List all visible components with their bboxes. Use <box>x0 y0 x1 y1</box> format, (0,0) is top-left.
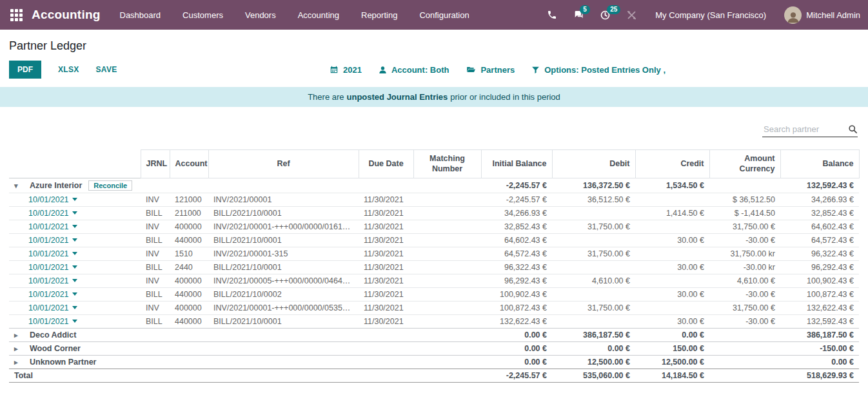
chevron-down-icon[interactable] <box>72 238 77 242</box>
activities-icon[interactable]: 25 <box>600 10 611 21</box>
menu-accounting[interactable]: Accounting <box>298 10 339 20</box>
entry-date-link[interactable]: 10/01/2021 <box>28 317 69 326</box>
partner-column-header <box>9 150 141 178</box>
line-amount-currency: 31,750.00 kr <box>709 247 780 261</box>
chevron-down-icon[interactable] <box>72 211 77 215</box>
systray: 5 25 My Company (San Francisco) Mitchell… <box>547 6 860 24</box>
search-input[interactable] <box>762 124 848 135</box>
ledger-line-row: 10/01/2021INV1510INV/2021/00001-31511/30… <box>9 247 859 261</box>
line-initial-balance: 132,622.43 € <box>481 315 552 329</box>
line-amount-currency: 4,610.00 € <box>709 274 780 288</box>
partner-initial-balance: 0.00 € <box>481 342 552 356</box>
ledger-line-row: 10/01/2021BILL211000BILL/2021/10/000111/… <box>9 207 859 220</box>
tools-icon[interactable] <box>626 10 637 21</box>
chevron-down-icon[interactable] <box>72 279 77 282</box>
line-jrnl: INV <box>141 274 170 288</box>
entry-date-cell: 10/01/2021 <box>9 315 141 329</box>
chevron-down-icon[interactable] <box>72 198 77 201</box>
partner-account <box>170 178 208 193</box>
menu-customers[interactable]: Customers <box>182 10 223 20</box>
search-icon[interactable] <box>848 124 858 134</box>
line-jrnl: BILL <box>141 234 170 247</box>
line-matching-number <box>413 234 481 247</box>
partner-row[interactable]: ▸Unknown Partner0.00 €12,500.00 €12,500.… <box>9 356 859 369</box>
column-header-credit: Credit <box>635 150 709 178</box>
pdf-button[interactable]: PDF <box>9 61 41 79</box>
line-jrnl: INV <box>141 193 170 207</box>
partner-account <box>170 342 208 356</box>
calendar-icon <box>330 65 339 74</box>
entry-date-link[interactable]: 10/01/2021 <box>28 249 69 258</box>
chevron-down-icon[interactable] <box>72 306 77 309</box>
total-label: Total <box>9 369 141 383</box>
line-account: 440000 <box>170 234 208 247</box>
partner-row[interactable]: ▾Azure InteriorReconcile-2,245.57 €136,3… <box>9 178 859 193</box>
entry-date-link[interactable]: 10/01/2021 <box>28 290 69 299</box>
unposted-entries-banner: There are unposted Journal Entries prior… <box>0 87 868 107</box>
partner-matching <box>413 178 481 193</box>
chevron-down-icon[interactable] <box>72 225 77 228</box>
company-switcher[interactable]: My Company (San Francisco) <box>655 10 766 20</box>
line-initial-balance: 32,852.43 € <box>481 220 552 234</box>
line-matching-number <box>413 302 481 315</box>
partner-initial-balance: -2,245.57 € <box>481 178 552 193</box>
phone-icon[interactable] <box>547 10 557 20</box>
partner-debit: 0.00 € <box>552 342 635 356</box>
column-header-jrnl: JRNL <box>141 150 170 178</box>
entry-date-link[interactable]: 10/01/2021 <box>28 222 69 231</box>
entry-date-link[interactable]: 10/01/2021 <box>28 236 69 245</box>
entry-date-link[interactable]: 10/01/2021 <box>28 195 69 204</box>
partner-name: Wood Corner <box>30 344 81 353</box>
partner-cell: ▸Unknown Partner <box>9 356 141 369</box>
column-header-account: Account <box>170 150 208 178</box>
partner-search <box>762 124 858 137</box>
total-amount-currency <box>709 369 780 383</box>
chevron-down-icon[interactable] <box>72 292 77 296</box>
partners-filter[interactable]: Partners <box>466 65 515 75</box>
partner-row[interactable]: ▸Deco Addict0.00 €386,187.50 €0.00 €386,… <box>9 329 859 342</box>
line-credit <box>635 274 709 288</box>
column-header-amount-currency: Amount Currency <box>709 150 780 178</box>
chevron-down-icon[interactable] <box>72 320 77 323</box>
table-header-row: JRNLAccountRefDue DateMatching NumberIni… <box>9 150 859 178</box>
options-filter[interactable]: Options: Posted Entries Only , <box>531 65 666 75</box>
menu-reporting[interactable]: Reporting <box>361 10 397 20</box>
entry-date-link[interactable]: 10/01/2021 <box>28 263 69 272</box>
entry-date-cell: 10/01/2021 <box>9 234 141 247</box>
partner-row[interactable]: ▸Wood Corner0.00 €0.00 €150.00 €-150.00 … <box>9 342 859 356</box>
menu-dashboard[interactable]: Dashboard <box>120 10 161 20</box>
entry-date-link[interactable]: 10/01/2021 <box>28 303 69 312</box>
line-initial-balance: 64,602.43 € <box>481 234 552 247</box>
column-header-due-date: Due Date <box>359 150 413 178</box>
line-account: 121000 <box>170 193 208 207</box>
partner-due-date <box>359 356 413 369</box>
partner-initial-balance: 0.00 € <box>481 356 552 369</box>
app-brand[interactable]: Accounting <box>32 8 101 22</box>
partner-due-date <box>359 342 413 356</box>
line-credit <box>635 193 709 207</box>
entry-date-link[interactable]: 10/01/2021 <box>28 276 69 285</box>
line-balance: 34,266.93 € <box>780 193 859 207</box>
chevron-down-icon[interactable] <box>72 252 77 255</box>
line-jrnl: BILL <box>141 288 170 302</box>
partner-jrnl <box>141 329 170 342</box>
apps-grid-icon[interactable] <box>10 9 23 21</box>
partner-jrnl <box>141 178 170 193</box>
account-filter[interactable]: Account: Both <box>379 65 449 75</box>
line-initial-balance: -2,245.57 € <box>481 193 552 207</box>
partner-jrnl <box>141 342 170 356</box>
column-header-ref: Ref <box>208 150 359 178</box>
line-debit: 31,750.00 € <box>552 220 635 234</box>
line-debit <box>552 261 635 274</box>
menu-vendors[interactable]: Vendors <box>245 10 276 20</box>
user-menu[interactable]: Mitchell Admin <box>784 6 860 24</box>
menu-configuration[interactable]: Configuration <box>419 10 469 20</box>
partner-due-date <box>359 178 413 193</box>
save-button[interactable]: SAVE <box>96 61 117 79</box>
reconcile-button[interactable]: Reconcile <box>88 180 132 191</box>
messages-icon[interactable]: 5 <box>573 10 584 20</box>
date-filter[interactable]: 2021 <box>330 65 362 75</box>
chevron-down-icon[interactable] <box>72 265 77 269</box>
entry-date-link[interactable]: 10/01/2021 <box>28 209 69 218</box>
xlsx-button[interactable]: XLSX <box>58 61 79 79</box>
